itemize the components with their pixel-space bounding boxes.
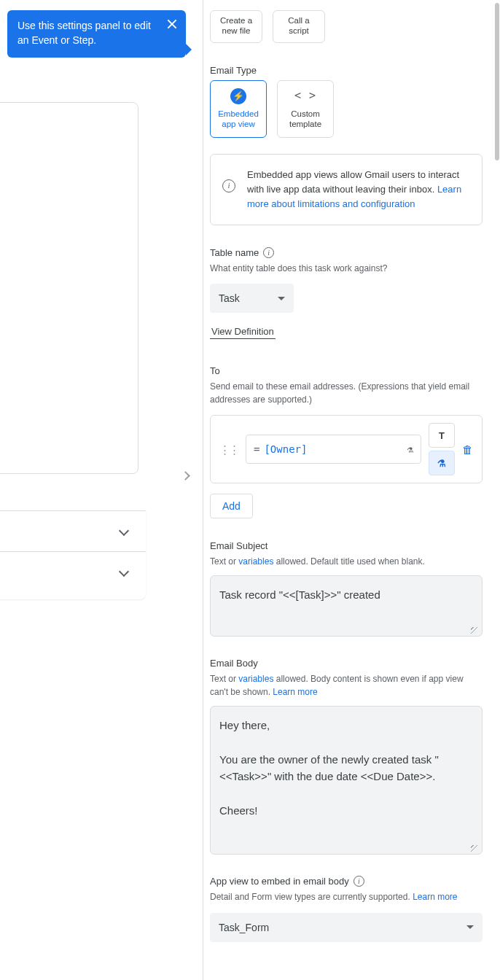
expr-value: [Owner] <box>264 443 307 455</box>
add-recipient-button[interactable]: Add <box>210 494 253 518</box>
info-icon: i <box>222 179 235 192</box>
email-type-embedded[interactable]: ⚡ Embedded app view <box>210 80 267 138</box>
code-icon: < > <box>294 89 316 103</box>
text-icon: T <box>439 430 445 441</box>
table-name-label: Table name i <box>210 247 483 258</box>
variables-link[interactable]: variables <box>238 674 273 684</box>
table-name-label-text: Table name <box>210 247 259 258</box>
flask-icon: ⚗ <box>437 458 446 469</box>
email-type-label: Email Type <box>210 65 483 76</box>
mode-text-button[interactable]: T <box>429 423 455 448</box>
table-name-value: Task <box>219 292 240 304</box>
info-icon[interactable]: i <box>353 876 364 887</box>
email-subject-input[interactable] <box>210 575 483 637</box>
left-card <box>0 102 138 474</box>
learn-more-link[interactable]: Learn more <box>273 687 317 697</box>
email-subject-label: Email Subject <box>210 540 483 551</box>
delete-icon[interactable]: 🗑 <box>462 443 473 456</box>
chevron-down-icon <box>119 567 129 577</box>
tile-label: app view <box>214 119 263 129</box>
scrollbar-thumb[interactable] <box>495 3 499 160</box>
email-type-custom[interactable]: < > Custom template <box>277 80 334 138</box>
resize-handle-icon[interactable] <box>471 627 478 634</box>
variables-link[interactable]: variables <box>238 556 273 567</box>
email-body-helper: Text or variables allowed. Body content … <box>210 673 483 699</box>
collapse-panel-handle[interactable] <box>179 468 190 487</box>
panel-divider <box>203 0 203 980</box>
view-definition-link[interactable]: View Definition <box>210 326 276 339</box>
left-accordion-row[interactable] <box>0 510 146 551</box>
close-icon[interactable] <box>164 16 180 32</box>
tile-label: Call a <box>276 15 321 26</box>
coach-tooltip: Use this settings panel to edit an Event… <box>7 10 186 58</box>
to-expression-input[interactable]: = [Owner] ⚗ <box>246 435 421 464</box>
caret-down-icon <box>278 297 285 300</box>
embed-view-label-text: App view to embed in email body <box>210 876 349 887</box>
caret-down-icon <box>466 925 474 929</box>
to-expression-row: ⋮⋮ = [Owner] ⚗ T ⚗ 🗑 <box>210 415 483 483</box>
left-accordion <box>0 510 146 599</box>
tile-label: new file <box>214 26 259 36</box>
tile-label: template <box>281 119 330 129</box>
table-name-select[interactable]: Task <box>210 284 294 313</box>
bolt-icon: ⚡ <box>230 88 246 104</box>
resize-handle-icon[interactable] <box>471 845 478 852</box>
to-label: To <box>210 365 483 376</box>
coach-tooltip-text: Use this settings panel to edit an Event… <box>17 20 151 46</box>
embed-view-helper: Detail and Form view types are currently… <box>210 891 483 903</box>
info-icon[interactable]: i <box>263 247 274 258</box>
tile-label: Create a <box>214 15 259 26</box>
to-helper: Send email to these email addresses. (Ex… <box>210 381 483 406</box>
task-type-create-file[interactable]: Create a new file <box>210 10 262 43</box>
drag-handle-icon[interactable]: ⋮⋮ <box>219 446 238 453</box>
expr-equals: = <box>254 443 259 455</box>
tile-label: script <box>276 26 321 36</box>
email-body-input[interactable] <box>210 706 483 855</box>
email-subject-helper: Text or variables allowed. Default title… <box>210 556 483 568</box>
info-text: Embedded app views allow Gmail users to … <box>247 169 459 195</box>
chevron-down-icon <box>119 526 129 536</box>
embed-view-value: Task_Form <box>219 922 269 933</box>
table-name-helper: What entity table does this task work ag… <box>210 262 483 275</box>
embed-view-select[interactable]: Task_Form <box>210 913 483 942</box>
email-body-label: Email Body <box>210 658 483 669</box>
learn-more-link[interactable]: Learn more <box>413 892 457 902</box>
task-type-call-script[interactable]: Call a script <box>273 10 325 43</box>
embed-view-label: App view to embed in email body i <box>210 876 483 887</box>
tile-label: Custom <box>281 109 330 119</box>
flask-icon[interactable]: ⚗ <box>407 443 413 455</box>
mode-formula-button[interactable]: ⚗ <box>429 451 455 475</box>
embedded-info-box: i Embedded app views allow Gmail users t… <box>210 154 483 225</box>
tile-label: Embedded <box>214 109 263 119</box>
left-accordion-row[interactable] <box>0 551 146 592</box>
settings-panel: Create a new file Call a script Email Ty… <box>210 0 485 942</box>
